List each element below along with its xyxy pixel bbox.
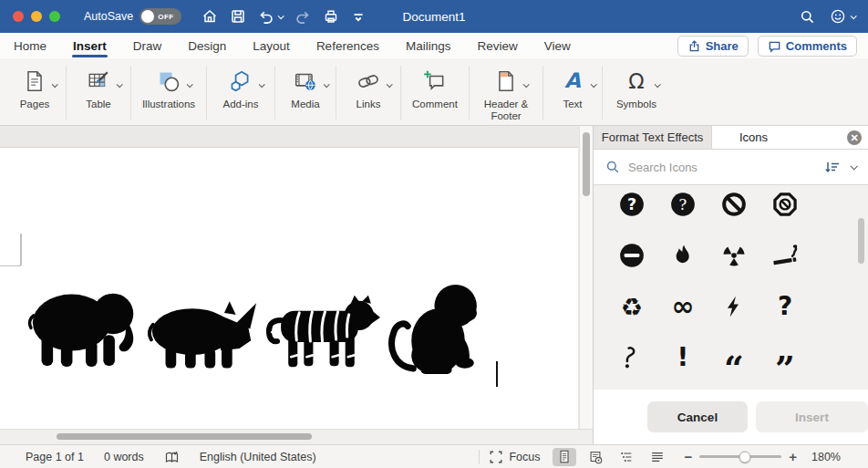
undo-icon[interactable]: [258, 8, 283, 25]
chevron-down-icon[interactable]: [655, 81, 661, 88]
ribbon-group-text[interactable]: A Text: [543, 58, 602, 125]
vertical-scrollbar[interactable]: [579, 126, 593, 429]
spellcheck-icon[interactable]: [164, 450, 180, 464]
ribbon-group-illustrations[interactable]: Illustrations: [131, 58, 206, 125]
ribbon-group-table[interactable]: Table: [67, 58, 130, 125]
horizontal-scrollbar[interactable]: [0, 429, 593, 444]
page-count[interactable]: Page 1 of 1: [26, 451, 84, 463]
ribbon-group-media[interactable]: Media: [275, 58, 336, 125]
vertical-scrollbar-thumb[interactable]: [583, 132, 590, 196]
document-page[interactable]: [0, 147, 578, 429]
ribbon-group-header-footer[interactable]: Header & Footer: [470, 58, 542, 125]
insert-button[interactable]: Insert: [756, 401, 868, 432]
comments-button[interactable]: Comments: [758, 36, 857, 57]
draft-view-icon[interactable]: [646, 448, 669, 466]
share-label: Share: [706, 39, 739, 53]
icon-result-flame[interactable]: [657, 236, 708, 287]
word-count[interactable]: 0 words: [104, 451, 144, 463]
outline-view-icon[interactable]: [615, 448, 638, 466]
icon-result-quote-open[interactable]: “: [708, 349, 760, 400]
chevron-down-icon[interactable]: [850, 162, 857, 170]
tab-icons[interactable]: Icons: [712, 126, 868, 149]
tiger-icon[interactable]: [266, 290, 381, 369]
tab-design[interactable]: Design: [187, 36, 227, 57]
share-button[interactable]: Share: [677, 36, 749, 57]
tab-layout[interactable]: Layout: [252, 36, 291, 57]
search-icons-input[interactable]: [628, 161, 824, 174]
zoom-slider[interactable]: [699, 455, 781, 459]
icon-result-exclamation-mark[interactable]: !: [657, 338, 708, 390]
document-canvas[interactable]: [0, 126, 593, 444]
zoom-window-button[interactable]: [49, 11, 60, 22]
minimize-window-button[interactable]: [31, 11, 42, 22]
elephant-icon[interactable]: [27, 284, 142, 368]
ribbon-group-symbols[interactable]: Ω Symbols: [603, 58, 670, 125]
new-comment-icon: [423, 69, 447, 93]
zoom-in-button[interactable]: +: [789, 450, 797, 463]
ribbon-group-label: Media: [291, 99, 319, 110]
ribbon-group-comment[interactable]: Comment: [401, 58, 469, 125]
traffic-lights: [0, 11, 60, 22]
web-layout-view-icon[interactable]: [584, 448, 607, 466]
close-pane-icon[interactable]: ✕: [847, 130, 862, 145]
icon-result-prohibition[interactable]: [708, 185, 760, 236]
tab-home[interactable]: Home: [13, 36, 47, 57]
redo-icon[interactable]: [294, 8, 311, 25]
horizontal-scrollbar-thumb[interactable]: [57, 433, 312, 440]
status-bar: Page 1 of 1 0 words English (United Stat…: [0, 444, 868, 468]
zoom-slider-thumb[interactable]: [739, 451, 750, 463]
tab-insert[interactable]: Insert: [72, 36, 108, 57]
icon-result-question-mark-open[interactable]: [606, 338, 657, 390]
chevron-down-icon[interactable]: [324, 81, 330, 88]
home-icon[interactable]: [202, 8, 218, 25]
chevron-down-icon[interactable]: [387, 81, 393, 88]
tab-view[interactable]: View: [543, 36, 572, 57]
tab-draw[interactable]: Draw: [132, 36, 163, 57]
monkey-icon[interactable]: [386, 282, 489, 379]
print-icon[interactable]: [323, 8, 339, 25]
search-icon[interactable]: [800, 9, 815, 25]
icon-result-question-mark-circle[interactable]: ?: [606, 185, 657, 236]
close-window-button[interactable]: [13, 11, 24, 22]
autosave-toggle[interactable]: OFF: [140, 8, 181, 25]
icon-result-quote-close[interactable]: ”: [760, 349, 811, 400]
save-icon[interactable]: [230, 8, 246, 25]
icon-result-lightning-bolt[interactable]: [708, 287, 760, 338]
zoom-level[interactable]: 180%: [804, 451, 841, 463]
print-layout-view-icon[interactable]: [553, 448, 576, 466]
chevron-down-icon[interactable]: [259, 81, 265, 88]
feedback-smiley-icon[interactable]: [830, 8, 855, 25]
autosave-control: AutoSave OFF: [84, 8, 181, 25]
chevron-down-icon[interactable]: [187, 81, 193, 88]
tab-review[interactable]: Review: [476, 36, 518, 57]
icon-result-smoking[interactable]: [760, 236, 811, 287]
cancel-button[interactable]: Cancel: [647, 401, 748, 432]
focus-button[interactable]: Focus: [489, 450, 540, 464]
tab-references[interactable]: References: [315, 36, 380, 57]
grid-scrollbar-thumb[interactable]: [858, 218, 864, 264]
zoom-out-button[interactable]: −: [684, 450, 692, 463]
chevron-down-icon[interactable]: [591, 81, 597, 88]
ribbon-group-pages[interactable]: Pages: [4, 58, 66, 125]
icon-result-question-mark[interactable]: ?: [760, 287, 811, 338]
customize-toolbar-icon[interactable]: [351, 9, 366, 24]
ribbon-group-links[interactable]: Links: [336, 58, 400, 125]
language-status[interactable]: English (United States): [200, 451, 316, 463]
icon-result-prohibition-octagon[interactable]: [760, 185, 811, 236]
text-cursor: [496, 361, 498, 387]
rhinoceros-icon[interactable]: [148, 297, 259, 369]
icon-result-recycle[interactable]: ♻: [606, 287, 657, 338]
chevron-down-icon[interactable]: [52, 81, 58, 88]
undo-chevron-icon[interactable]: [278, 13, 284, 19]
ribbon-group-add-ins[interactable]: Add-ins: [207, 58, 274, 125]
chevron-down-icon[interactable]: [523, 81, 530, 88]
chevron-down-icon[interactable]: [117, 81, 123, 88]
icon-result-infinity[interactable]: ∞: [657, 287, 708, 338]
icon-result-no-entry[interactable]: [606, 236, 657, 287]
icon-result-radiation[interactable]: [708, 236, 760, 287]
sort-icon[interactable]: [824, 161, 840, 174]
tab-format-text-effects[interactable]: Format Text Effects: [594, 126, 712, 149]
focus-label: Focus: [509, 451, 540, 463]
icon-result-question-mark-circle-alt[interactable]: ?: [657, 185, 708, 236]
tab-mailings[interactable]: Mailings: [405, 36, 452, 57]
